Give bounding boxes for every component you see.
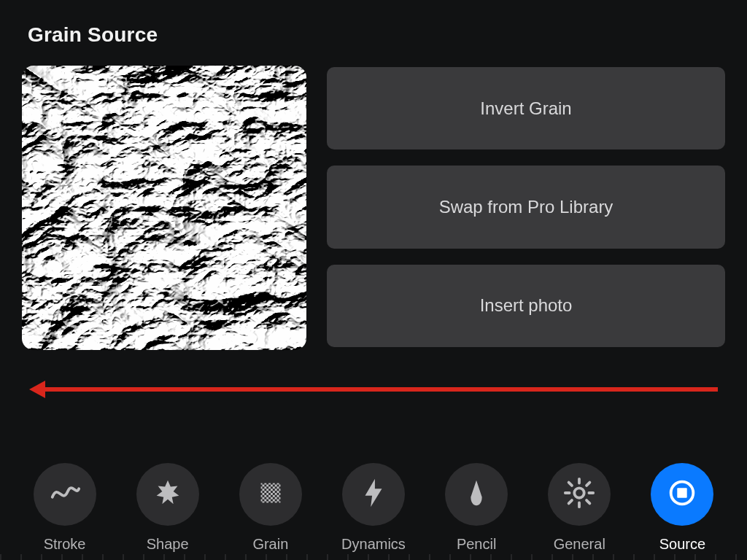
tab-label: Stroke: [44, 536, 86, 553]
source-icon: [665, 476, 699, 513]
insert-photo-button[interactable]: Insert photo: [327, 265, 725, 347]
tab-label: Dynamics: [341, 536, 406, 553]
tab-grain[interactable]: Grain: [231, 463, 311, 553]
tab-label: Shape: [147, 536, 189, 553]
tab-dynamics[interactable]: Dynamics: [333, 463, 414, 553]
section-title: Grain Source: [28, 23, 725, 47]
dynamics-icon: [357, 476, 390, 513]
svg-point-5: [575, 488, 584, 497]
tab-source[interactable]: Source: [642, 463, 722, 553]
grain-actions: Invert Grain Swap from Pro Library Inser…: [327, 66, 725, 350]
svg-rect-4: [260, 483, 280, 503]
tab-general[interactable]: General: [539, 463, 619, 553]
tab-label: General: [554, 536, 605, 553]
grain-preview-image[interactable]: [22, 66, 306, 350]
swap-library-button[interactable]: Swap from Pro Library: [327, 166, 725, 248]
stroke-icon: [48, 476, 82, 513]
tab-label: Grain: [252, 536, 288, 553]
annotation-arrow: [29, 381, 718, 398]
svg-rect-1: [22, 66, 306, 350]
tab-label: Source: [659, 536, 705, 553]
gear-icon: [562, 476, 596, 513]
tab-shape[interactable]: Shape: [128, 463, 208, 553]
grain-icon: [254, 476, 287, 513]
invert-grain-button[interactable]: Invert Grain: [327, 67, 725, 149]
grain-source-panel: Grain Source Invert Grain Sw: [0, 0, 747, 560]
shape-icon: [151, 476, 185, 513]
tab-pencil[interactable]: Pencil: [436, 463, 516, 553]
bottom-ruler: [0, 554, 747, 560]
brush-studio-tab-bar: Stroke Shape: [0, 463, 747, 553]
svg-rect-7: [678, 488, 687, 497]
pencil-tip-icon: [460, 476, 493, 513]
tab-stroke[interactable]: Stroke: [25, 463, 105, 553]
grain-source-row: Invert Grain Swap from Pro Library Inser…: [22, 66, 725, 350]
tab-label: Pencil: [457, 536, 496, 553]
